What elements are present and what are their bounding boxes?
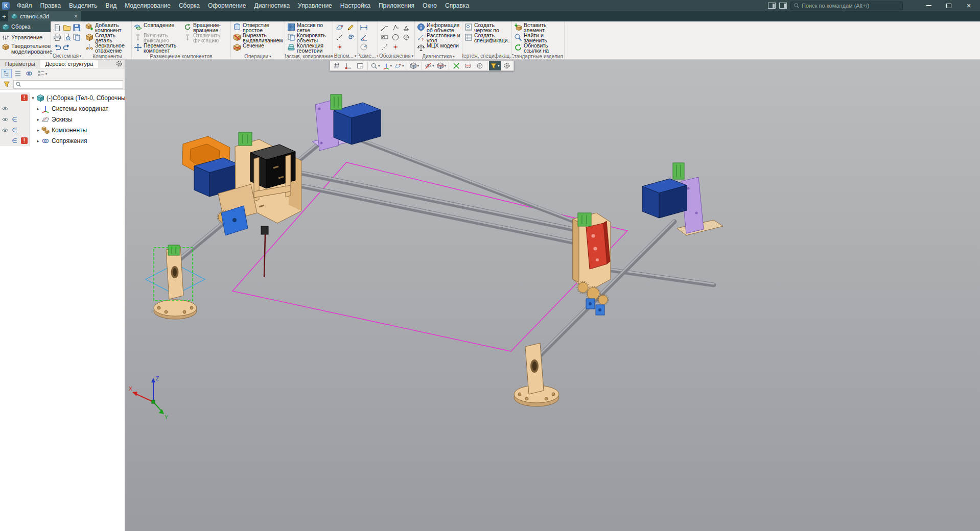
command-search[interactable] (790, 2, 903, 10)
display-mode-button[interactable]: ▾ (436, 61, 448, 70)
open-document-icon[interactable] (63, 23, 71, 32)
maximize-button[interactable] (941, 1, 957, 11)
tab-tree-structure[interactable]: Дерево: структура (40, 60, 99, 68)
roughness-icon[interactable] (391, 23, 400, 32)
group-label-auxiliary[interactable]: Вспом...▾ (333, 53, 357, 59)
leader-note-icon[interactable] (381, 23, 389, 32)
new-tab-button[interactable]: + (0, 11, 8, 21)
menu-assembly[interactable]: Сборка (175, 0, 204, 11)
tree-row-coordinate-systems[interactable]: ▸ Системы координат (0, 103, 125, 114)
menu-edit[interactable]: Правка (36, 0, 65, 11)
tree-filter-button[interactable] (2, 80, 12, 89)
csys-orientation-button[interactable]: ▾ (382, 61, 393, 70)
rotation-rotation-button[interactable]: Вращение-вращение (182, 22, 228, 33)
mirror-component-button[interactable]: Зеркальное отражение ко... (84, 43, 131, 53)
tree-structure-view-button[interactable] (2, 69, 12, 78)
visibility-eye-icon[interactable] (2, 116, 9, 123)
zoom-button[interactable]: ▾ (369, 61, 381, 70)
print-icon[interactable] (53, 33, 61, 41)
menu-layout[interactable]: Оформление (204, 0, 250, 11)
group-label-placement[interactable]: Размещение компонентов (132, 53, 230, 59)
section-button[interactable]: Сечение (232, 43, 283, 53)
document-tab[interactable]: станок.a3d × (8, 11, 81, 21)
layout-panels-icon[interactable] (768, 3, 776, 9)
group-label-standard-parts[interactable]: Стандартные изделия▾ (512, 53, 564, 59)
clip-box-button[interactable] (462, 61, 474, 70)
cut-extrude-button[interactable]: Вырезать выдавливанием (232, 33, 283, 43)
close-button[interactable]: × (961, 1, 977, 11)
insert-element-button[interactable]: Вставить элемент (513, 22, 563, 33)
print-preview-icon[interactable] (63, 33, 71, 41)
aux-spiral-icon[interactable] (346, 33, 355, 41)
copy-icon[interactable] (73, 33, 81, 41)
green-clamp[interactable] (239, 132, 252, 146)
expand-arrow-icon[interactable]: ▸ (35, 106, 41, 111)
green-clamp[interactable] (578, 213, 591, 226)
find-replace-button[interactable]: Найти и заменить (513, 33, 563, 43)
tree-row-mates[interactable]: ∈ ! ▸ Сопряжения (0, 135, 125, 146)
coincidence-button[interactable]: Совпадение (133, 22, 182, 33)
green-clamp[interactable] (168, 245, 179, 255)
pen[interactable] (264, 234, 265, 277)
create-specification-button[interactable]: Создать спецификаци... (463, 33, 511, 43)
right-tower-carriage[interactable] (573, 213, 611, 315)
mode-assembly[interactable]: Сборка (0, 21, 51, 32)
expand-arrow-icon[interactable]: ▸ (35, 138, 41, 143)
menu-window[interactable]: Окно (418, 0, 441, 11)
new-document-icon[interactable] (53, 23, 61, 32)
tree-row-components[interactable]: ∈ ▸ Компоненты (0, 125, 125, 135)
menu-view[interactable]: Вид (101, 0, 121, 11)
undo-icon[interactable] (53, 43, 61, 51)
visibility-eye-icon[interactable] (2, 127, 9, 134)
tolerance-icon[interactable] (381, 33, 389, 41)
visibility-eye-icon[interactable] (2, 105, 9, 112)
simple-hole-button[interactable]: Отверстие простое (232, 22, 283, 33)
save-icon[interactable] (73, 23, 81, 32)
snap-button[interactable] (451, 61, 462, 70)
menu-help[interactable]: Справка (441, 0, 473, 11)
group-label-operations[interactable]: Операции▾ (231, 53, 285, 59)
group-label-array[interactable]: Массив, копирование▾ (285, 53, 333, 59)
viewport-3d[interactable]: ▾ ▾ ▾ ▾ ▾ ▾ ▾ (125, 60, 980, 531)
menu-modeling[interactable]: Моделирование (121, 0, 175, 11)
model-canvas[interactable]: X Y Z (125, 60, 980, 531)
filter-button[interactable]: ▾ (489, 61, 501, 70)
bottom-right-stand[interactable] (514, 343, 559, 406)
local-csys-button[interactable] (343, 61, 354, 70)
datum-icon[interactable] (402, 23, 410, 32)
menu-settings[interactable]: Настройка (336, 0, 375, 11)
group-label-system[interactable]: Системная▾ (51, 53, 83, 59)
tree-composition-view-button[interactable] (13, 69, 23, 78)
grid-toggle-button[interactable] (331, 61, 342, 70)
minimize-button[interactable] (921, 1, 937, 11)
menu-applications[interactable]: Приложения (375, 0, 418, 11)
rotate-view-button[interactable] (474, 61, 485, 70)
view-settings-button[interactable] (501, 61, 512, 70)
create-part-button[interactable]: Создать деталь (84, 33, 131, 43)
mode-management[interactable]: Управление (0, 32, 51, 43)
group-label-components[interactable]: Компоненты (83, 53, 131, 59)
geometry-collection-button[interactable]: Коллекция геометрии (286, 43, 332, 53)
aux-pencil-icon[interactable] (346, 23, 355, 32)
group-label-diagnostics[interactable]: Диагностика▾ (415, 53, 462, 59)
group-label-drawing[interactable]: Чертеж, спецификац... (462, 53, 511, 59)
thread-icon[interactable] (391, 33, 400, 41)
move-component-button[interactable]: Переместить компонент (133, 43, 182, 53)
red-bracket[interactable] (586, 223, 607, 269)
green-clamp[interactable] (673, 163, 684, 179)
workplane-button[interactable]: ▾ (393, 61, 405, 70)
tree-row-root[interactable]: ! ▾ (-)Сборка (Тел-0, Сборочных единиц (0, 92, 125, 103)
rod-x-rail-bottom[interactable] (295, 184, 582, 244)
refresh-links-button[interactable]: Обновить ссылки на мод... (513, 43, 563, 53)
radial-dimension-icon[interactable] (360, 43, 368, 51)
tree-search-input[interactable] (13, 80, 123, 89)
menu-select[interactable]: Выделить (65, 0, 101, 11)
green-clamp[interactable] (331, 94, 342, 110)
gantry-carriage[interactable] (182, 132, 301, 277)
mode-solid-modeling[interactable]: Твердотельное моделирование (0, 43, 51, 55)
drawing-bounds-button[interactable] (355, 61, 366, 70)
create-drawing-button[interactable]: Создать чертеж по модели (463, 22, 511, 33)
rod-x-rail-top[interactable] (294, 171, 580, 231)
aux-point-icon[interactable] (336, 43, 344, 51)
linear-dimension-icon[interactable] (360, 23, 368, 32)
